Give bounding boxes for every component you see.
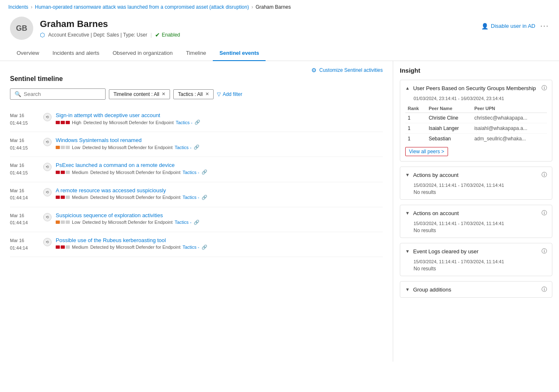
timeline-item: Mar 16 01:44:14 ⟲ A remote resource was …	[10, 182, 383, 207]
item-content: PsExec launched a command on a remote de…	[56, 162, 383, 175]
remove-tactics-filter[interactable]: ✕	[205, 91, 209, 97]
severity-label: Medium	[72, 245, 88, 250]
ext-icon: 🔗	[194, 145, 199, 150]
user-info: Graham Barnes ⬡ Account Executive | Dept…	[40, 19, 180, 38]
disable-user-button[interactable]: 👤 Disable user in AD	[481, 23, 535, 29]
card-title: User Peers Based on Security Groups Memb…	[413, 85, 536, 91]
filter-chip-timeline[interactable]: Timeline content : All ✕	[109, 89, 170, 99]
user-name: Graham Barnes	[40, 19, 180, 29]
timeline-list: Mar 16 01:44:15 ⟲ Sign-in attempt with d…	[10, 107, 383, 257]
severity-label: Medium	[72, 195, 88, 200]
no-results: No results	[414, 228, 547, 233]
filter-icon: ▽	[217, 91, 221, 97]
timeline-dot: ⟲	[43, 238, 52, 246]
gear-icon: ⚙	[311, 67, 317, 74]
tactics-label[interactable]: Tactics -	[182, 195, 199, 200]
search-input[interactable]	[24, 91, 101, 97]
timeline-dot: ⟲	[43, 138, 52, 146]
remove-timeline-filter[interactable]: ✕	[162, 91, 165, 97]
tactics-label[interactable]: Tactics -	[175, 145, 191, 150]
tab-overview[interactable]: Overview	[10, 46, 46, 61]
severity-label: High	[72, 120, 81, 125]
timeline-dot: ⟲	[43, 163, 52, 171]
info-icon[interactable]: ⓘ	[542, 171, 547, 179]
breadcrumb-incidents[interactable]: Incidents	[8, 4, 28, 10]
ext-icon: 🔗	[194, 220, 199, 225]
insight-card-header[interactable]: ▼ Event Logs cleared by user ⓘ	[400, 243, 552, 259]
add-filter-button[interactable]: ▽ Add filter	[217, 91, 242, 97]
card-title: Event Logs cleared by user	[413, 248, 479, 255]
severity-label: Medium	[72, 170, 88, 175]
no-results: No results	[414, 266, 547, 272]
insight-card-actions-by-account: ▼ Actions by account ⓘ 15/03/2024, 11:14…	[400, 167, 552, 200]
right-panel: Insight ▲ User Peers Based on Security G…	[393, 61, 559, 362]
filter-chip-tactics[interactable]: Tactics : All ✕	[173, 89, 213, 99]
item-title[interactable]: Possible use of the Rubeus kerberoasting…	[56, 237, 383, 243]
user-meta: Account Executive | Dept: Sales | Type: …	[48, 32, 147, 38]
card-body: No results	[400, 189, 552, 199]
severity-label: Low	[72, 145, 80, 150]
tab-incidents-alerts[interactable]: Incidents and alerts	[46, 46, 106, 61]
timeline-dot: ⟲	[43, 113, 52, 121]
time-col: Mar 16 01:44:15	[10, 112, 39, 127]
search-box[interactable]: 🔍	[10, 88, 106, 100]
card-date: 15/03/2024, 11:14:41 - 17/03/2024, 11:14…	[400, 221, 552, 228]
item-title[interactable]: Suspicious sequence of exploration activ…	[56, 212, 383, 218]
breadcrumb: Incidents › Human-operated ransomware at…	[0, 0, 559, 14]
filter-bar: 🔍 Timeline content : All ✕ Tactics : All…	[10, 88, 383, 100]
item-content: Possible use of the Rubeus kerberoasting…	[56, 237, 383, 250]
more-options-button[interactable]: ···	[540, 22, 549, 30]
customize-sentinel-button[interactable]: ⚙ Customize Sentinel activities	[311, 67, 383, 74]
ext-icon: 🔗	[195, 120, 200, 125]
tactics-label[interactable]: Tactics -	[176, 120, 192, 125]
chevron-down-icon: ▼	[405, 287, 410, 292]
table-row: 1 Isaiah Langer isaiahl@whakapapa.a...	[405, 123, 547, 134]
item-title[interactable]: Sign-in attempt with deceptive user acco…	[56, 112, 383, 118]
item-content: Sign-in attempt with deceptive user acco…	[56, 112, 383, 125]
item-title[interactable]: Windows Sysinternals tool renamed	[56, 137, 383, 143]
breadcrumb-incident-title[interactable]: Human-operated ransomware attack was lau…	[35, 4, 249, 10]
item-title[interactable]: A remote resource was accessed suspiciou…	[56, 187, 383, 194]
insight-card-header[interactable]: ▲ User Peers Based on Security Groups Me…	[400, 80, 552, 96]
timeline-item: Mar 16 01:44:14 ⟲ Suspicious sequence of…	[10, 207, 383, 232]
card-body: Rank Peer Name Peer UPN 1 Christie Cline…	[400, 104, 552, 161]
main-panel: ⚙ Customize Sentinel activities Sentinel…	[0, 61, 393, 362]
card-title: Actions on account	[413, 210, 459, 216]
timeline-item: Mar 16 01:44:14 ⟲ Possible use of the Ru…	[10, 232, 383, 257]
tactics-label[interactable]: Tactics -	[175, 220, 191, 225]
info-icon[interactable]: ⓘ	[542, 209, 547, 217]
insight-card-event-logs: ▼ Event Logs cleared by user ⓘ 15/03/202…	[400, 243, 552, 276]
search-icon: 🔍	[15, 91, 21, 97]
time-col: Mar 16 01:44:15	[10, 137, 39, 152]
info-icon[interactable]: ⓘ	[542, 247, 547, 255]
tabs-bar: Overview Incidents and alerts Observed i…	[0, 46, 559, 61]
insight-title: Insight	[400, 67, 552, 74]
meta-sep: |	[150, 32, 152, 38]
card-date: 15/03/2024, 11:14:41 - 17/03/2024, 11:14…	[400, 183, 552, 189]
col-rank: Rank	[405, 104, 426, 113]
col-peer-upn: Peer UPN	[472, 104, 547, 113]
tab-sentinel-events[interactable]: Sentinel events	[213, 46, 266, 61]
severity-bars	[56, 245, 70, 249]
severity-bars	[56, 146, 70, 149]
avatar: GB	[10, 17, 33, 40]
info-icon[interactable]: ⓘ	[542, 84, 547, 92]
card-title: Actions by account	[413, 172, 458, 178]
chevron-down-icon: ▼	[405, 172, 410, 177]
chevron-down-icon: ▼	[405, 211, 410, 216]
tactics-label[interactable]: Tactics -	[182, 245, 199, 250]
breadcrumb-current: Graham Barnes	[256, 4, 291, 10]
item-title[interactable]: PsExec launched a command on a remote de…	[56, 162, 383, 168]
tab-observed-organization[interactable]: Observed in organization	[106, 46, 180, 61]
tab-timeline[interactable]: Timeline	[179, 46, 213, 61]
card-date: 15/03/2024, 11:14:41 - 17/03/2024, 11:14…	[400, 259, 552, 266]
insight-card-header[interactable]: ▼ Actions by account ⓘ	[400, 167, 552, 183]
info-icon[interactable]: ⓘ	[542, 286, 547, 293]
sentinel-title: Sentinel timeline	[10, 75, 383, 83]
view-all-peers-link[interactable]: View all peers >	[405, 147, 448, 156]
ext-icon: 🔗	[202, 169, 207, 175]
time-col: Mar 16 01:44:14	[10, 212, 39, 227]
insight-card-header[interactable]: ▼ Group additions ⓘ	[400, 282, 552, 297]
tactics-label[interactable]: Tactics -	[182, 170, 199, 175]
insight-card-header[interactable]: ▼ Actions on account ⓘ	[400, 205, 552, 221]
